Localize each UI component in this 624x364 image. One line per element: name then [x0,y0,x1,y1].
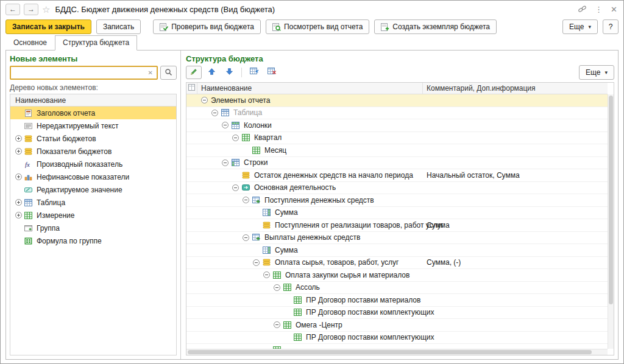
structure-row[interactable]: Сумма [186,244,608,257]
new-element-item[interactable]: Заголовок отчета [10,107,176,119]
structure-row[interactable]: Квартал [186,132,608,145]
collapse-icon[interactable] [201,97,208,103]
structure-more-button[interactable]: Еще▾ [579,65,614,80]
collapse-icon[interactable] [232,135,239,141]
check-budget-icon [160,23,168,31]
collapse-icon[interactable] [263,271,270,278]
collapse-icon[interactable] [211,110,218,116]
vertical-scrollbar[interactable] [608,94,614,349]
left-column-header-name[interactable]: Наименование [10,94,176,107]
titlebar-actions: ⋮ ✕ [578,5,617,13]
collapse-icon[interactable] [274,284,280,291]
structure-row[interactable]: Ассоль [186,282,608,295]
forward-icon: → [27,5,35,13]
section-icon [242,184,252,192]
structure-row[interactable]: ПР Договор поставки комплектующих [186,307,608,320]
collapse-icon[interactable] [274,321,280,328]
structure-row[interactable]: Элементы отчета [186,94,608,107]
collapse-icon[interactable] [243,197,249,203]
search-button[interactable] [160,66,177,80]
sum-icon [263,209,272,217]
new-element-item[interactable]: Измерение [10,209,176,222]
structure-row-label: Квартал [254,133,282,142]
collapse-icon[interactable] [243,234,249,241]
save-close-button[interactable]: Записать и закрыть [5,19,91,34]
sum-icon [263,246,272,254]
clear-search-icon[interactable]: ✕ [147,70,154,76]
menu-dots-icon[interactable]: ⋮ [595,5,603,13]
structure-row[interactable]: Оплата закупки сырья и материалов [186,269,608,282]
edit-button[interactable] [186,66,202,79]
new-element-item[interactable]: Показатели бюджетов [10,145,176,158]
forward-button[interactable]: → [24,4,38,15]
new-element-label: Редактируемое значение [37,186,122,194]
add-to-table-button[interactable] [246,66,262,79]
structure-row[interactable]: Месяц [186,144,608,157]
expand-icon[interactable] [15,135,22,142]
new-element-item[interactable]: Таблица [10,196,176,209]
check-budget-view-button[interactable]: Проверить вид бюджета [153,19,261,34]
vertical-scrollbar-thumb[interactable] [609,96,613,304]
search-box[interactable]: ✕ [10,66,158,80]
structure-row[interactable]: Поступления денежных средств [186,194,608,207]
favorite-star-icon[interactable]: ☆ [42,5,50,14]
save-button[interactable]: Записать [96,19,141,34]
column-header-name[interactable]: Наименование [197,83,423,94]
new-element-label: Показатели бюджетов [37,147,112,156]
budget-structure-title: Структура бюджета [186,54,614,63]
structure-row[interactable]: Остаток денежных средств на начало перио… [186,169,608,182]
tab-main[interactable]: Основное [5,35,55,51]
more-button[interactable]: Еще▾ [562,19,598,34]
structure-row[interactable]: Сумма [186,207,608,220]
search-row: ✕ [10,66,177,80]
help-button[interactable]: ? [603,19,619,34]
new-element-item[interactable]: Группа [10,222,176,234]
new-element-label: Производный показатель [37,160,122,169]
remove-from-table-button[interactable] [264,66,280,79]
structure-row[interactable]: Омега -Центр [186,319,608,332]
structure-row[interactable]: Основная деятельность [186,182,608,195]
collapse-icon[interactable] [222,122,229,128]
structure-row-label: Омега -Центр [296,321,342,329]
close-icon[interactable]: ✕ [611,5,617,13]
search-input[interactable] [13,69,147,77]
expand-icon[interactable] [15,148,22,155]
indicator-icon [242,171,252,179]
column-settings-icon[interactable] [186,83,197,94]
structure-row[interactable]: Строки [186,157,608,170]
expand-icon[interactable] [15,173,22,180]
new-element-item[interactable]: Нефинансовые показатели [10,170,176,183]
collapse-icon[interactable] [232,184,239,191]
structure-row[interactable]: Выплаты денежных средств [186,232,608,245]
horizontal-scrollbar[interactable] [186,349,608,355]
new-element-label: Статьи бюджетов [37,135,96,143]
create-budget-instance-button[interactable]: Создать экземпляр бюджета [374,19,497,34]
new-element-label: Формула по группе [37,237,102,245]
move-up-button[interactable] [204,66,219,79]
structure-row[interactable]: Поступления от реализации товаров, работ… [186,219,608,232]
new-element-item[interactable]: Статьи бюджетов [10,132,176,145]
new-element-item[interactable]: Формула по группе [10,234,176,247]
structure-row-label: ПР Договор поставки комплектующих [306,308,434,317]
new-element-item[interactable]: fxПроизводный показатель [10,158,176,170]
structure-row[interactable]: Оплата сырья, товаров, работ, услугСумма… [186,257,608,270]
collapse-icon[interactable] [253,259,260,266]
structure-row[interactable]: ПР Договор поставки комплектующих [186,332,608,345]
collapse-icon[interactable] [222,159,229,166]
new-element-item[interactable]: Нередактируемый текст [10,119,176,132]
expand-icon[interactable] [15,212,22,219]
tab-budget-structure[interactable]: Структура бюджета [55,35,137,51]
structure-row[interactable]: Таблица [186,107,608,120]
create-instance-icon [381,23,389,31]
structure-row[interactable] [186,344,608,349]
horizontal-scrollbar-thumb[interactable] [188,350,592,354]
link-icon[interactable] [578,5,587,13]
view-report-button[interactable]: Посмотреть вид отчета [266,19,369,34]
back-button[interactable]: ← [5,4,20,15]
expand-icon[interactable] [15,199,22,206]
structure-row[interactable]: ПР Договор поставки материалов [186,294,608,307]
move-down-button[interactable] [221,66,237,79]
structure-row[interactable]: Колонки [186,119,608,132]
column-header-comment[interactable]: Комментарий, Доп.информация [423,83,608,94]
new-element-item[interactable]: Редактируемое значение [10,183,176,196]
